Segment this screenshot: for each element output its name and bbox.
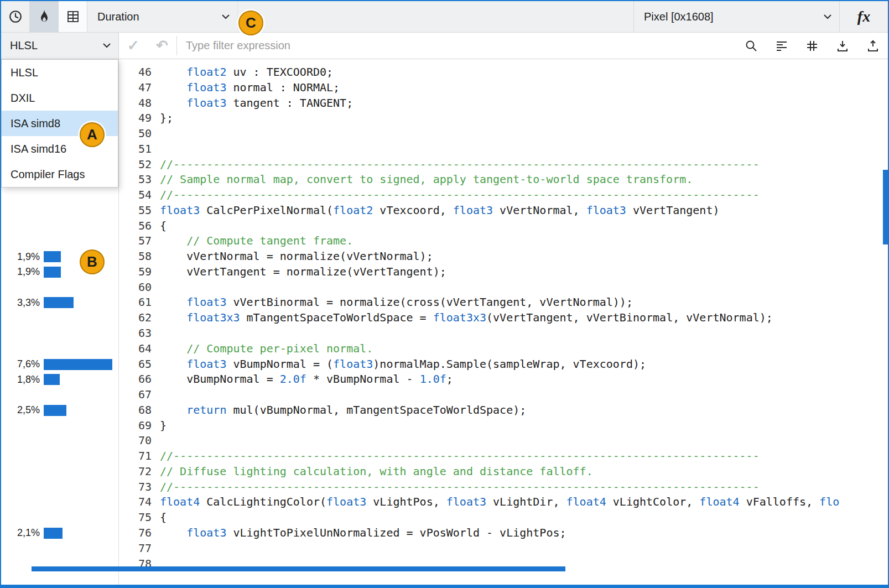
pixel-selector-label: Pixel [0x1608] (644, 11, 714, 23)
apply-filter-button[interactable]: ✓ (119, 33, 148, 59)
grid-hash-icon (805, 39, 819, 53)
fx-icon: fx (857, 8, 870, 25)
line-number: 77 (119, 541, 152, 556)
profiler-window: Duration Pixel [0x1608] fx HLSL (0, 0, 889, 588)
line-number: 68 (119, 403, 152, 418)
heat-bar (44, 528, 63, 539)
code-line-49[interactable]: 49}; (119, 111, 888, 126)
download-button[interactable] (827, 33, 857, 59)
code-line-71[interactable]: 71//------------------------------------… (119, 449, 888, 464)
vertical-scrollbar[interactable] (883, 170, 888, 244)
pixel-selector-dropdown[interactable]: Pixel [0x1608] (633, 1, 839, 32)
line-number: 75 (119, 510, 152, 525)
code-line-67[interactable]: 67 (119, 387, 888, 403)
code-line-64[interactable]: 64 // Compute per-pixel normal. (119, 341, 888, 357)
code-line-77[interactable]: 77 (119, 541, 888, 556)
code-line-72[interactable]: 72// Diffuse lighting calculation, with … (119, 464, 888, 480)
hotspots-view-button[interactable] (30, 1, 59, 32)
filter-expression-input[interactable] (177, 33, 736, 59)
code-line-53[interactable]: 53// Sample normal map, convert to signe… (119, 172, 888, 188)
code-line-66[interactable]: 66 vBumpNormal = 2.0f * vBumpNormal - 1.… (119, 372, 888, 387)
heat-percent-label: 1,9% (11, 251, 40, 263)
code-line-68[interactable]: 68 return mul(vBumpNormal, mTangentSpace… (119, 403, 888, 418)
export-button[interactable] (857, 33, 888, 59)
code-text: //--------------------------------------… (160, 449, 760, 464)
code-line-65[interactable]: 65 float3 vBumpNormal = (float3)normalMa… (119, 357, 888, 372)
duration-dropdown[interactable]: Duration (87, 1, 238, 32)
code-text: } (160, 418, 167, 434)
toggle-grid-button[interactable] (797, 33, 827, 59)
shader-view-value: HLSL (10, 39, 38, 52)
heat-percent-label: 2,1% (11, 527, 40, 539)
menu-item-hlsl[interactable]: HLSL (2, 60, 118, 85)
code-line-54[interactable]: 54//------------------------------------… (119, 188, 888, 203)
code-text: float3x3 mTangentSpaceToWorldSpace = flo… (160, 310, 773, 326)
menu-item-compiler-flags[interactable]: Compiler Flags (2, 162, 118, 187)
history-view-button[interactable] (1, 1, 30, 32)
code-line-55[interactable]: 55float3 CalcPerPixelNormal(float2 vTexc… (119, 203, 888, 218)
annotation-badge-a: A (80, 122, 105, 147)
counters-view-button[interactable] (59, 1, 87, 32)
code-line-46[interactable]: 46 float2 uv : TEXCOORD0; (119, 65, 888, 80)
chevron-down-icon (103, 43, 111, 48)
heat-bar (44, 297, 74, 308)
code-line-75[interactable]: 75{ (119, 510, 888, 525)
download-icon (836, 39, 849, 53)
code-text: // Compute tangent frame. (160, 233, 353, 249)
search-button[interactable] (736, 33, 766, 59)
heat-bar (44, 374, 60, 385)
heat-bar (44, 405, 66, 416)
line-number: 72 (119, 464, 152, 480)
horizontal-scrollbar[interactable] (32, 566, 565, 571)
shader-view-menu: HLSLDXILISA simd8ISA simd16Compiler Flag… (1, 59, 118, 188)
code-line-73[interactable]: 73//------------------------------------… (119, 480, 888, 495)
code-text: float3 vVertBinormal = normalize(cross(v… (160, 295, 633, 310)
code-text: //--------------------------------------… (160, 157, 760, 173)
code-line-51[interactable]: 51 (119, 142, 888, 157)
line-number: 63 (119, 326, 152, 341)
code-text: float3 vBumpNormal = (float3)normalMap.S… (160, 357, 646, 372)
code-text: { (160, 510, 167, 525)
code-line-58[interactable]: 58 vVertNormal = normalize(vVertNormal); (119, 249, 888, 264)
heat-row-line-66: 1,8% (1, 372, 119, 387)
code-view: 46 float2 uv : TEXCOORD0;47 float3 norma… (119, 59, 888, 585)
code-line-61[interactable]: 61 float3 vVertBinormal = normalize(cros… (119, 295, 888, 310)
undo-filter-button[interactable]: ↶ (148, 33, 176, 59)
code-line-62[interactable]: 62 float3x3 mTangentSpaceToWorldSpace = … (119, 310, 888, 326)
code-line-59[interactable]: 59 vVertTangent = normalize(vVertTangent… (119, 264, 888, 280)
checkmark-icon: ✓ (127, 37, 139, 54)
fx-functions-button[interactable]: fx (839, 1, 888, 32)
code-line-60[interactable]: 60 (119, 280, 888, 295)
line-mapping-button[interactable] (766, 33, 797, 59)
duration-dropdown-label: Duration (97, 11, 139, 23)
line-number: 48 (119, 96, 152, 111)
code-line-57[interactable]: 57 // Compute tangent frame. (119, 233, 888, 249)
heat-percent-label: 1,9% (11, 266, 40, 278)
line-number: 51 (119, 142, 152, 157)
code-line-74[interactable]: 74float4 CalcLightingColor(float3 vLight… (119, 495, 888, 510)
line-number: 55 (119, 203, 152, 218)
code-line-47[interactable]: 47 float3 normal : NORMAL; (119, 80, 888, 96)
line-number: 71 (119, 449, 152, 464)
code-line-63[interactable]: 63 (119, 326, 888, 341)
code-line-56[interactable]: 56{ (119, 218, 888, 234)
line-number: 58 (119, 249, 152, 264)
code-line-48[interactable]: 48 float3 tangent : TANGENT; (119, 96, 888, 111)
heat-percent-label: 2,5% (11, 404, 40, 416)
code-line-69[interactable]: 69} (119, 418, 888, 434)
align-lines-icon (775, 39, 788, 53)
code-text: //--------------------------------------… (160, 480, 760, 495)
code-line-50[interactable]: 50 (119, 126, 888, 142)
code-line-70[interactable]: 70 (119, 433, 888, 449)
code-line-76[interactable]: 76 float3 vLightToPixelUnNormalized = vP… (119, 525, 888, 541)
line-number: 61 (119, 295, 152, 310)
heat-row-line-65: 7,6% (1, 357, 119, 372)
line-number: 46 (119, 65, 152, 80)
code-text: { (160, 218, 167, 234)
menu-item-dxil[interactable]: DXIL (2, 85, 118, 111)
heat-percent-label: 7,6% (11, 358, 40, 370)
shader-view-dropdown-button[interactable]: HLSL (1, 33, 119, 59)
code-text: }; (160, 111, 173, 126)
code-text: vBumpNormal = 2.0f * vBumpNormal - 1.0f; (160, 372, 453, 387)
code-line-52[interactable]: 52//------------------------------------… (119, 157, 888, 173)
